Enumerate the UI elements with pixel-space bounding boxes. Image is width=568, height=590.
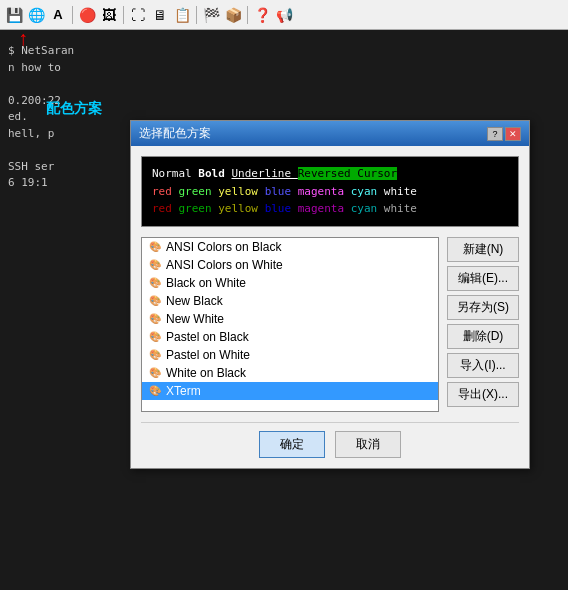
scheme-icon: 🎨 xyxy=(148,312,162,326)
list-item-label: Pastel on White xyxy=(166,348,250,362)
preview-magenta-dark: magenta xyxy=(298,202,344,215)
list-item-label: Black on White xyxy=(166,276,246,290)
preview-green-bright: green xyxy=(179,185,212,198)
color-preview: Normal Bold Underline Reversed Cursor re… xyxy=(141,156,519,227)
dialog-close-button[interactable]: ✕ xyxy=(505,127,521,141)
preview-bold: Bold xyxy=(198,167,231,180)
scheme-icon: 🎨 xyxy=(148,366,162,380)
preview-white-bright: white xyxy=(384,185,417,198)
list-item[interactable]: 🎨 Pastel on White xyxy=(142,346,438,364)
export-button[interactable]: 导出(X)... xyxy=(447,382,519,407)
scheme-icon: 🎨 xyxy=(148,294,162,308)
dialog-help-button[interactable]: ? xyxy=(487,127,503,141)
scheme-icon: 🎨 xyxy=(148,276,162,290)
edit-button[interactable]: 编辑(E)... xyxy=(447,266,519,291)
ok-button[interactable]: 确定 xyxy=(259,431,325,458)
list-item-selected[interactable]: 🎨 XTerm xyxy=(142,382,438,400)
preview-line-1: Normal Bold Underline Reversed Cursor xyxy=(152,165,508,183)
dialog-title-buttons: ? ✕ xyxy=(487,127,521,141)
save-as-button[interactable]: 另存为(S) xyxy=(447,295,519,320)
list-item-label: ANSI Colors on White xyxy=(166,258,283,272)
clipboard-icon[interactable]: 📋 xyxy=(172,5,192,25)
monitor-icon[interactable]: 🖥 xyxy=(150,5,170,25)
content-row: 🎨 ANSI Colors on Black 🎨 ANSI Colors on … xyxy=(141,237,519,412)
fullscreen-icon[interactable]: ⛶ xyxy=(128,5,148,25)
preview-cyan-bright: cyan xyxy=(351,185,378,198)
flag-icon[interactable]: 🏁 xyxy=(201,5,221,25)
preview-blue-bright: blue xyxy=(265,185,292,198)
toolbar: 💾 🌐 A 🔴 🖼 ⛶ 🖥 📋 🏁 📦 ❓ 📢 xyxy=(0,0,568,30)
action-buttons: 新建(N) 编辑(E)... 另存为(S) 删除(D) 导入(I)... 导出(… xyxy=(447,237,519,412)
dialog-body: Normal Bold Underline Reversed Cursor re… xyxy=(131,146,529,468)
preview-red-bright: red xyxy=(152,185,172,198)
separator-2 xyxy=(123,6,124,24)
list-item-label: Pastel on Black xyxy=(166,330,249,344)
cancel-button[interactable]: 取消 xyxy=(335,431,401,458)
dialog-title: 选择配色方案 xyxy=(139,125,211,142)
dialog-titlebar: 选择配色方案 ? ✕ xyxy=(131,121,529,146)
scheme-icon: 🎨 xyxy=(148,240,162,254)
preview-normal: Normal xyxy=(152,167,198,180)
red-arrow: ↑ xyxy=(18,28,28,48)
list-item-label: ANSI Colors on Black xyxy=(166,240,281,254)
scheme-list[interactable]: 🎨 ANSI Colors on Black 🎨 ANSI Colors on … xyxy=(141,237,439,412)
list-item-label: New Black xyxy=(166,294,223,308)
preview-cursor: Cursor xyxy=(357,167,397,180)
notify-icon[interactable]: 📢 xyxy=(274,5,294,25)
red-icon[interactable]: 🔴 xyxy=(77,5,97,25)
scheme-icon: 🎨 xyxy=(148,330,162,344)
list-item[interactable]: 🎨 Pastel on Black xyxy=(142,328,438,346)
image-icon[interactable]: 🖼 xyxy=(99,5,119,25)
import-button[interactable]: 导入(I)... xyxy=(447,353,519,378)
package-icon[interactable]: 📦 xyxy=(223,5,243,25)
globe-icon[interactable]: 🌐 xyxy=(26,5,46,25)
list-item[interactable]: 🎨 Black on White xyxy=(142,274,438,292)
preview-white-dark: white xyxy=(384,202,417,215)
font-icon[interactable]: A xyxy=(48,5,68,25)
list-item[interactable]: 🎨 White on Black xyxy=(142,364,438,382)
list-item[interactable]: 🎨 ANSI Colors on Black xyxy=(142,238,438,256)
dialog-footer: 确定 取消 xyxy=(141,422,519,458)
scheme-icon: 🎨 xyxy=(148,348,162,362)
save-icon[interactable]: 💾 xyxy=(4,5,24,25)
scheme-icon: 🎨 xyxy=(148,258,162,272)
separator-4 xyxy=(247,6,248,24)
preview-underline: Underline xyxy=(231,167,297,180)
preview-line-2: red green yellow blue magenta cyan white xyxy=(152,183,508,201)
preview-yellow-bright: yellow xyxy=(218,185,258,198)
color-scheme-dialog: 选择配色方案 ? ✕ Normal Bold Underline Reverse… xyxy=(130,120,530,469)
preview-red-dark: red xyxy=(152,202,172,215)
scheme-icon: 🎨 xyxy=(148,384,162,398)
preview-reversed: Reversed xyxy=(298,167,358,180)
preview-line-3: red green yellow blue magenta cyan white xyxy=(152,200,508,218)
preview-blue-dark: blue xyxy=(265,202,292,215)
list-item[interactable]: 🎨 ANSI Colors on White xyxy=(142,256,438,274)
preview-green-dark: green xyxy=(179,202,212,215)
help-icon[interactable]: ❓ xyxy=(252,5,272,25)
list-item-label: XTerm xyxy=(166,384,201,398)
separator-3 xyxy=(196,6,197,24)
list-item-label: New White xyxy=(166,312,224,326)
list-item-label: White on Black xyxy=(166,366,246,380)
list-item[interactable]: 🎨 New Black xyxy=(142,292,438,310)
delete-button[interactable]: 删除(D) xyxy=(447,324,519,349)
preview-magenta-bright: magenta xyxy=(298,185,344,198)
new-button[interactable]: 新建(N) xyxy=(447,237,519,262)
preview-yellow-dark: yellow xyxy=(218,202,258,215)
scheme-label: 配色方案 xyxy=(46,100,102,118)
preview-cyan-dark: cyan xyxy=(351,202,378,215)
separator-1 xyxy=(72,6,73,24)
list-item[interactable]: 🎨 New White xyxy=(142,310,438,328)
